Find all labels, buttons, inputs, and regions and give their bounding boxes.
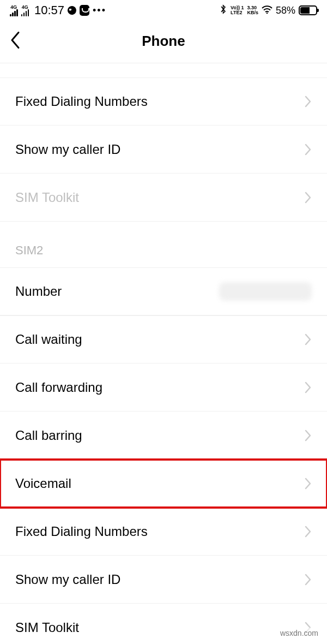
row-show-my-caller-id[interactable]: Show my caller ID — [0, 126, 327, 174]
redacted-number-value — [219, 282, 312, 301]
volte-indicator: Vo)) 1 LTE2 — [231, 5, 244, 15]
row-voicemail[interactable]: Voicemail — [0, 460, 327, 508]
shopping-bag-icon — [80, 5, 89, 16]
section-header-sim2: SIM2 — [0, 222, 327, 267]
battery-icon — [299, 5, 317, 15]
wifi-icon — [262, 5, 272, 16]
signal-sim2-icon: 4G — [21, 5, 29, 16]
row-fixed-dialing-numbers[interactable]: Fixed Dialing Numbers — [0, 77, 327, 126]
row-label: Show my caller ID — [15, 142, 120, 157]
bluetooth-icon — [220, 4, 227, 16]
chevron-right-icon — [304, 333, 312, 346]
row-call-barring[interactable]: Call barring — [0, 412, 327, 460]
row-label: Fixed Dialing Numbers — [15, 94, 148, 109]
row-label: Voicemail — [15, 476, 71, 491]
battery-percent: 58% — [276, 5, 295, 16]
more-icon: ••• — [93, 5, 106, 16]
status-bar: 4G 4G 10:57 ••• Vo)) 1 LTE2 3.30 KB/s — [0, 0, 327, 20]
row-fixed-dialing-numbers[interactable]: Fixed Dialing Numbers — [0, 508, 327, 556]
row-label: Show my caller ID — [15, 572, 120, 587]
row-label: Call forwarding — [15, 380, 102, 395]
chevron-right-icon — [304, 381, 312, 394]
chevron-right-icon — [304, 191, 312, 204]
chevron-right-icon — [304, 143, 312, 156]
row-show-my-caller-id[interactable]: Show my caller ID — [0, 556, 327, 604]
coffee-bean-icon — [66, 5, 78, 16]
status-left: 4G 4G 10:57 ••• — [10, 3, 106, 17]
row-label: Fixed Dialing Numbers — [15, 524, 148, 539]
page-header: Phone — [0, 20, 327, 63]
row-label: SIM Toolkit — [15, 620, 79, 635]
watermark: wsxdn.com — [278, 628, 320, 639]
row-sim-toolkit[interactable]: SIM Toolkit — [0, 174, 327, 222]
network-speed: 3.30 KB/s — [247, 5, 258, 15]
signal-sim1-label: 4G — [10, 5, 17, 10]
volte-bot: LTE2 — [231, 10, 244, 15]
row-number: Number — [0, 267, 327, 315]
chevron-right-icon — [304, 477, 312, 490]
chevron-right-icon — [304, 525, 312, 538]
row-call-waiting[interactable]: Call waiting — [0, 315, 327, 363]
row-label: Call barring — [15, 428, 82, 443]
signal-sim2-label: 4G — [22, 5, 28, 10]
back-button[interactable] — [10, 31, 21, 51]
speed-unit: KB/s — [247, 10, 258, 15]
row-label: SIM Toolkit — [15, 190, 79, 205]
clock: 10:57 — [34, 3, 64, 17]
row-number-label: Number — [15, 284, 62, 299]
chevron-right-icon — [304, 573, 312, 586]
svg-point-0 — [267, 12, 268, 14]
status-right: Vo)) 1 LTE2 3.30 KB/s 58% — [220, 4, 317, 16]
page-title: Phone — [142, 33, 185, 50]
chevron-right-icon — [304, 429, 312, 442]
chevron-right-icon — [304, 95, 312, 108]
row-label: Call waiting — [15, 332, 82, 347]
settings-list: Fixed Dialing NumbersShow my caller IDSI… — [0, 63, 327, 644]
signal-sim1-icon: 4G — [10, 5, 18, 16]
row-call-forwarding[interactable]: Call forwarding — [0, 363, 327, 412]
